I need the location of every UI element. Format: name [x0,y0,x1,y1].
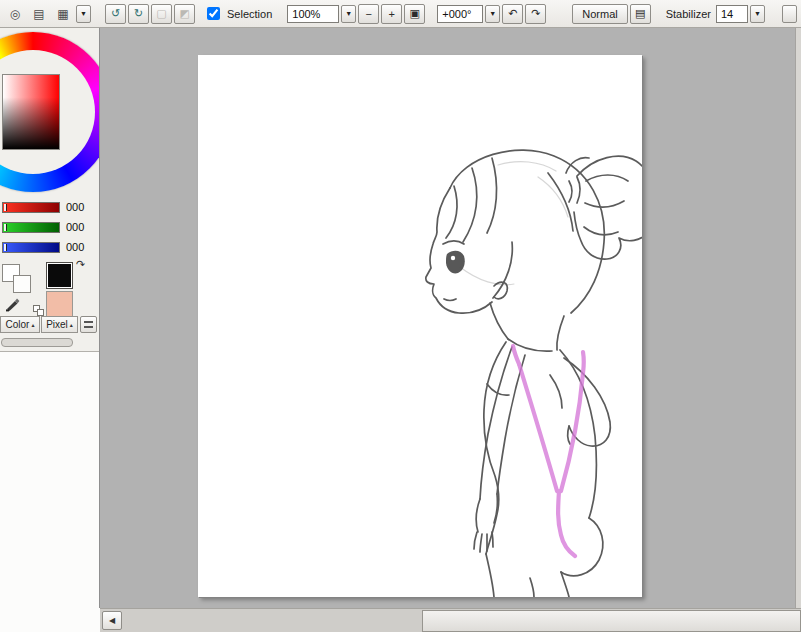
character-sketch [198,55,642,597]
main-toolbar: ◎ ▤ ▦ ▼ ↺ ↻ ▢ ◩ Selection 100% ▼ − + ▣ +… [0,0,801,28]
tab-pixel-label: Pixel [46,319,68,330]
red-slider[interactable] [2,202,60,213]
stabilizer-select[interactable]: 14 [716,5,748,23]
stabilizer-value: 14 [721,8,733,20]
swap-colors-icon[interactable]: ↷ [76,259,85,270]
stabilizer-label: Stabilizer [666,8,711,20]
saturation-value-picker[interactable] [2,74,60,150]
canvas[interactable] [198,55,642,597]
tab-color-label: Color [6,319,30,330]
blue-value: 000 [66,241,84,253]
deselect-button[interactable]: ▢ [151,4,172,24]
blue-slider[interactable] [2,242,60,253]
undo-button[interactable]: ↺ [105,4,126,24]
primary-color-swatch[interactable] [46,262,73,289]
blend-group: Normal ▤ [572,4,650,24]
green-slider[interactable] [2,222,60,233]
tab-color[interactable]: Color ▴ [0,316,40,333]
blue-slider-row: 000 [2,241,84,253]
stabilizer-dropdown-arrow[interactable]: ▼ [750,5,765,23]
bottom-left-corner [0,608,100,632]
angle-value: +000° [442,8,471,20]
angle-select[interactable]: +000° [437,5,483,23]
secondary-color-swatch[interactable] [46,291,73,318]
tab-pixel[interactable]: Pixel ▴ [41,316,78,333]
zoom-group: 100% ▼ − + ▣ [287,4,425,24]
left-sidebar: 000 000 000 ↷ [0,28,100,608]
rotate-cw-button[interactable]: ↷ [525,4,546,24]
invert-selection-button[interactable]: ◩ [174,4,195,24]
blend-mode-button[interactable]: Normal [572,4,627,24]
redo-button[interactable]: ↻ [128,4,149,24]
blend-options-button[interactable]: ▤ [630,4,651,24]
selection-checkbox[interactable] [207,7,220,20]
zoom-value: 100% [292,8,320,20]
stabilizer-group: Stabilizer 14 ▼ [663,5,765,23]
red-value: 000 [66,201,84,213]
rotate-ccw-button[interactable]: ↶ [502,4,523,24]
toolbar-end-button[interactable] [782,5,797,23]
red-slider-row: 000 [2,201,84,213]
green-value: 000 [66,221,84,233]
panel-resize-groove[interactable] [1,338,73,347]
tab-pixel-marker-icon: ▴ [70,321,73,328]
color-wheel-toggle-icon[interactable]: ◎ [4,4,26,24]
selection-label: Selection [227,8,272,20]
history-group: ↺ ↻ ▢ ◩ [105,4,195,24]
swatch-panel-toggle-icon[interactable]: ▦ [52,4,74,24]
angle-dropdown-arrow[interactable]: ▼ [485,5,500,23]
panel-layout-toggle-icon[interactable] [80,316,97,333]
green-slider-row: 000 [2,221,84,233]
color-panel: 000 000 000 ↷ [0,28,99,352]
horizontal-scrollbar[interactable]: ◀ [100,608,801,632]
vertical-scrollbar[interactable] [795,28,801,608]
canvas-workspace[interactable] [100,28,795,608]
tab-color-marker-icon: ▴ [31,321,34,328]
zoom-in-button[interactable]: + [381,4,402,24]
zoom-out-button[interactable]: − [358,4,379,24]
selection-group: Selection [207,7,275,20]
zoom-select[interactable]: 100% [287,5,339,23]
zoom-reset-button[interactable]: ▣ [404,4,425,24]
horizontal-scrollbar-thumb[interactable] [422,610,801,632]
scroll-left-button[interactable]: ◀ [102,611,122,630]
rotation-group: +000° ▼ ↶ ↷ [437,4,546,24]
paint-app-window: ◎ ▤ ▦ ▼ ↺ ↻ ▢ ◩ Selection 100% ▼ − + ▣ +… [0,0,801,632]
zoom-dropdown-arrow[interactable]: ▼ [341,5,356,23]
panel-dropdown-button[interactable]: ▼ [76,5,91,23]
eyedropper-icon[interactable] [4,294,22,312]
scratch-swatch-2[interactable] [13,275,31,293]
color-slider-toggle-icon[interactable]: ▤ [28,4,50,24]
